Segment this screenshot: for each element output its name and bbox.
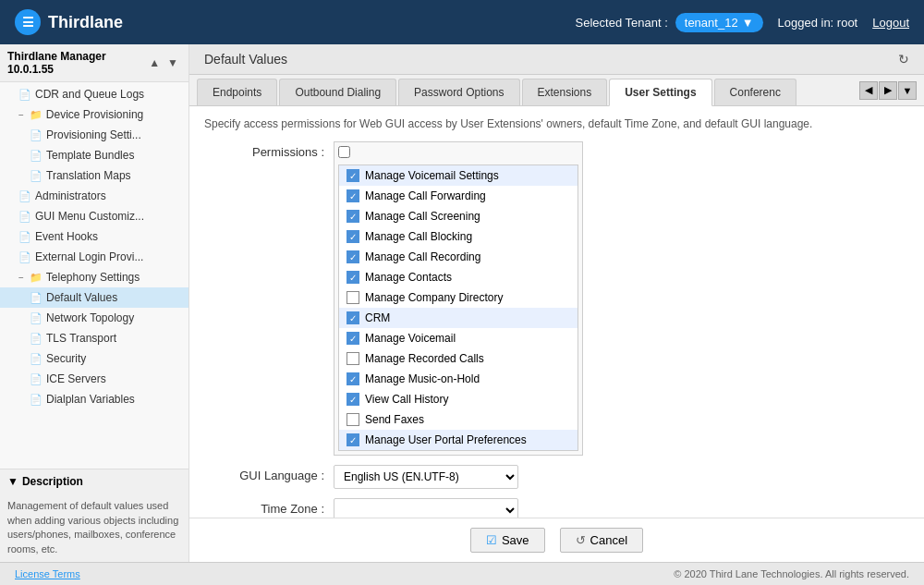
sidebar-item-label: Default Values [46,291,117,304]
doc-icon: 📄 [18,89,31,101]
permission-checkbox[interactable]: ✓ [346,189,359,202]
sidebar-expand-btn[interactable]: ▼ [164,55,181,70]
permission-label: Manage Call Blocking [365,230,472,243]
tab-navigation: ◀ ▶ ▼ [859,81,917,100]
tab-password-options-label: Password Options [414,86,504,99]
app-name: Thirdlane [48,13,123,32]
doc-icon: 📄 [30,333,43,345]
form-description: Specify access permissions for Web GUI a… [204,117,909,130]
license-terms-link[interactable]: License Terms [15,568,80,579]
tab-prev-button[interactable]: ◀ [859,81,878,100]
chevron-down-icon: ▼ [7,475,18,488]
sidebar-item-translation-maps[interactable]: 📄 Translation Maps [0,165,188,186]
sidebar-item-administrators[interactable]: 📄 Administrators [0,186,188,206]
permission-item[interactable]: ✓Manage Contacts [339,267,578,287]
tab-dropdown-button[interactable]: ▼ [898,81,917,100]
sidebar-item-tls-transport[interactable]: 📄 TLS Transport [0,328,188,348]
tab-outbound-dialing[interactable]: Outbound Dialing [279,79,396,105]
gui-language-select[interactable]: English US (EN.UTF-8) [334,465,518,489]
doc-icon: 📄 [18,211,31,223]
tab-next-button[interactable]: ▶ [879,81,897,100]
permission-checkbox[interactable]: ✓ [346,393,359,406]
tab-extensions[interactable]: Extensions [522,79,608,105]
tab-conference-label: Conferenc [730,86,781,99]
sidebar-item-ice-servers[interactable]: 📄 ICE Servers [0,369,188,389]
sidebar-item-prov-settings[interactable]: 📄 Provisioning Setti... [0,125,188,145]
doc-icon: 📄 [30,312,43,324]
permission-item[interactable]: ✓Manage Call Blocking [339,226,578,247]
permission-item[interactable]: Manage Day/Night Mode [339,450,578,451]
permissions-master-checkbox[interactable] [338,146,350,158]
permissions-list[interactable]: ✓Manage Voicemail Settings✓Manage Call F… [338,165,578,451]
time-zone-select[interactable] [334,498,518,518]
tenant-dropdown-icon: ▼ [742,16,754,30]
tenant-badge[interactable]: tenant_12 ▼ [675,13,763,32]
sidebar-item-device-prov[interactable]: − 📁 Device Provisioning [0,104,188,125]
permission-checkbox[interactable]: ✓ [346,250,359,263]
sidebar-item-security[interactable]: 📄 Security [0,348,188,369]
permission-checkbox[interactable]: ✓ [346,230,359,243]
permission-item[interactable]: ✓Manage User Portal Preferences [339,430,578,450]
permission-item[interactable]: ✓View Call History [339,389,578,409]
tab-endpoints[interactable]: Endpoints [197,79,277,105]
permission-label: Manage Contacts [365,271,452,284]
refresh-button[interactable]: ↻ [898,52,909,67]
sidebar-item-label: Event Hooks [35,230,98,243]
permission-checkbox[interactable] [346,413,359,426]
permission-checkbox[interactable]: ✓ [346,372,359,385]
doc-icon: 📄 [18,190,31,202]
sidebar-item-label: Device Provisioning [46,108,143,121]
tab-conference[interactable]: Conferenc [714,79,796,105]
folder-icon: 📁 [30,109,43,121]
sidebar-item-label: CDR and Queue Logs [35,88,144,101]
permission-checkbox[interactable]: ✓ [346,169,359,182]
sidebar-item-gui-menu[interactable]: 📄 GUI Menu Customiz... [0,206,188,226]
sidebar-collapse-btn[interactable]: ▲ [146,55,163,70]
permission-item[interactable]: ✓Manage Call Screening [339,206,578,226]
expand-icon: − [18,273,24,283]
sidebar-item-label: Provisioning Setti... [46,128,141,141]
sidebar-item-label: ICE Servers [46,372,106,385]
permission-item[interactable]: ✓CRM [339,308,578,328]
permission-checkbox[interactable] [346,291,359,304]
permission-checkbox[interactable]: ✓ [346,210,359,223]
sidebar-desc-header[interactable]: ▼ Description [0,469,188,494]
sidebar-item-label: Template Bundles [46,149,134,162]
sidebar-item-template-bundles[interactable]: 📄 Template Bundles [0,145,188,165]
permission-checkbox[interactable] [346,352,359,365]
desc-label: Description [22,475,83,488]
permission-item[interactable]: Send Faxes [339,409,578,430]
sidebar-item-default-values[interactable]: 📄 Default Values [0,287,188,308]
permission-label: Manage Recorded Calls [365,352,484,365]
sidebar-item-network-topology[interactable]: 📄 Network Topology [0,308,188,328]
tab-user-settings[interactable]: User Settings [609,79,711,106]
logout-button[interactable]: Logout [872,16,909,30]
cancel-button[interactable]: ↺ Cancel [560,528,643,553]
tab-password-options[interactable]: Password Options [398,79,519,105]
sidebar-item-telephony[interactable]: − 📁 Telephony Settings [0,267,188,287]
sidebar-item-event-hooks[interactable]: 📄 Event Hooks [0,226,188,247]
permission-item[interactable]: ✓Manage Music-on-Hold [339,369,578,389]
doc-icon: 📄 [18,231,31,243]
save-button[interactable]: ☑ Save [470,528,545,553]
permission-item[interactable]: Manage Recorded Calls [339,348,578,369]
permission-checkbox[interactable]: ✓ [346,271,359,284]
permissions-label: Permissions : [204,141,334,159]
sidebar-item-external-login[interactable]: 📄 External Login Provi... [0,247,188,267]
cancel-label: Cancel [590,533,627,547]
permission-item[interactable]: ✓Manage Voicemail Settings [339,165,578,186]
permission-checkbox[interactable]: ✓ [346,332,359,345]
permission-checkbox[interactable]: ✓ [346,433,359,446]
sidebar-item-label: Telephony Settings [46,271,140,284]
sidebar-item-label: Administrators [35,189,106,202]
sidebar-item-cdr[interactable]: 📄 CDR and Queue Logs [0,84,188,104]
permission-item[interactable]: Manage Company Directory [339,287,578,308]
selected-tenant-label: Selected Tenant : [576,16,668,30]
permission-item[interactable]: ✓Manage Voicemail [339,328,578,348]
sidebar-desc-body: Management of default values used when a… [0,494,188,562]
permission-item[interactable]: ✓Manage Call Recording [339,247,578,267]
permission-checkbox[interactable]: ✓ [346,311,359,324]
permission-item[interactable]: ✓Manage Call Forwarding [339,186,578,206]
permission-label: Manage Call Screening [365,210,480,223]
sidebar-item-dialplan-vars[interactable]: 📄 Dialplan Variables [0,389,188,409]
